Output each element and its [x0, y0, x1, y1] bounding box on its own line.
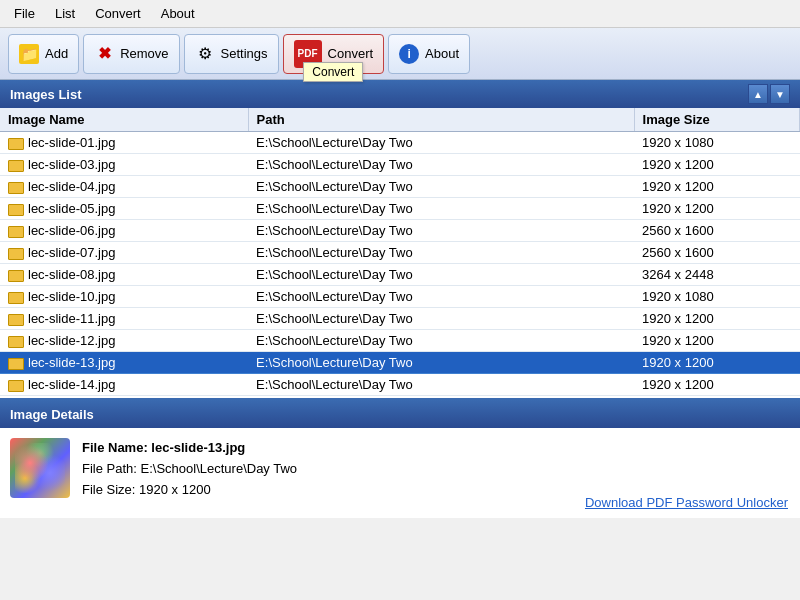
cell-name: lec-slide-07.jpg: [0, 242, 248, 264]
cell-size: 1920 x 1200: [634, 308, 799, 330]
settings-icon: ⚙: [195, 44, 215, 64]
image-details-section: Image Details File Name: lec-slide-13.jp…: [0, 398, 800, 518]
cell-name: lec-slide-12.jpg: [0, 330, 248, 352]
col-header-name: Image Name: [0, 108, 248, 132]
sort-arrows: ▲ ▼: [748, 84, 790, 104]
convert-button-container: PDF Convert Convert: [283, 34, 385, 74]
arrow-down-button[interactable]: ▼: [770, 84, 790, 104]
table-row[interactable]: lec-slide-12.jpgE:\School\Lecture\Day Tw…: [0, 330, 800, 352]
table-row[interactable]: lec-slide-13.jpgE:\School\Lecture\Day Tw…: [0, 352, 800, 374]
images-list-title: Images List: [10, 87, 82, 102]
cell-size: 1920 x 1080: [634, 286, 799, 308]
detail-filesize: File Size: 1920 x 1200: [82, 480, 297, 501]
add-button[interactable]: 📁 Add: [8, 34, 79, 74]
remove-icon: ✖: [94, 44, 114, 64]
add-icon: 📁: [19, 44, 39, 64]
images-list-section: Images List ▲ ▼ Image Name Path Image Si…: [0, 80, 800, 398]
cell-name: lec-slide-05.jpg: [0, 198, 248, 220]
cell-size: 1920 x 1080: [634, 132, 799, 154]
table-row[interactable]: lec-slide-07.jpgE:\School\Lecture\Day Tw…: [0, 242, 800, 264]
list-table-wrapper[interactable]: Image Name Path Image Size lec-slide-01.…: [0, 108, 800, 398]
col-header-size: Image Size: [634, 108, 799, 132]
cell-size: 1920 x 1200: [634, 154, 799, 176]
table-row[interactable]: lec-slide-06.jpgE:\School\Lecture\Day Tw…: [0, 220, 800, 242]
cell-size: 1920 x 1200: [634, 374, 799, 396]
cell-size: 1920 x 1200: [634, 330, 799, 352]
thumbnail-inner: [15, 443, 65, 493]
cell-path: E:\School\Lecture\Day Two: [248, 220, 634, 242]
cell-size: 3264 x 2448: [634, 264, 799, 286]
remove-button[interactable]: ✖ Remove: [83, 34, 179, 74]
cell-name: lec-slide-15.jpg: [0, 396, 248, 399]
cell-name: lec-slide-06.jpg: [0, 220, 248, 242]
cell-path: E:\School\Lecture\Day Two: [248, 132, 634, 154]
image-thumbnail: [10, 438, 70, 498]
table-row[interactable]: lec-slide-08.jpgE:\School\Lecture\Day Tw…: [0, 264, 800, 286]
cell-path: E:\School\Lecture\Day Two: [248, 176, 634, 198]
cell-size: 2560 x 1600: [634, 242, 799, 264]
table-row[interactable]: lec-slide-10.jpgE:\School\Lecture\Day Tw…: [0, 286, 800, 308]
cell-path: E:\School\Lecture\Day Two: [248, 198, 634, 220]
file-icon: [8, 182, 24, 194]
table-row[interactable]: lec-slide-15.jpgE:\School\Lecture\Day Tw…: [0, 396, 800, 399]
cell-size: 2560 x 1600: [634, 396, 799, 399]
file-icon: [8, 138, 24, 150]
cell-path: E:\School\Lecture\Day Two: [248, 352, 634, 374]
col-header-path: Path: [248, 108, 634, 132]
remove-label: Remove: [120, 46, 168, 61]
table-row[interactable]: lec-slide-03.jpgE:\School\Lecture\Day Tw…: [0, 154, 800, 176]
cell-size: 2560 x 1600: [634, 220, 799, 242]
cell-path: E:\School\Lecture\Day Two: [248, 242, 634, 264]
cell-name: lec-slide-14.jpg: [0, 374, 248, 396]
detail-filename: File Name: lec-slide-13.jpg: [82, 438, 297, 459]
toolbar: 📁 Add ✖ Remove ⚙ Settings PDF Convert Co…: [0, 28, 800, 80]
menu-bar: File List Convert About: [0, 0, 800, 28]
table-row[interactable]: lec-slide-04.jpgE:\School\Lecture\Day Tw…: [0, 176, 800, 198]
about-button[interactable]: i About: [388, 34, 470, 74]
details-text: File Name: lec-slide-13.jpg File Path: E…: [82, 438, 297, 500]
list-table: Image Name Path Image Size lec-slide-01.…: [0, 108, 800, 398]
cell-size: 1920 x 1200: [634, 198, 799, 220]
file-icon: [8, 248, 24, 260]
convert-label: Convert: [328, 46, 374, 61]
image-details-header: Image Details: [0, 400, 800, 428]
image-details-content: File Name: lec-slide-13.jpg File Path: E…: [0, 428, 800, 518]
menu-about[interactable]: About: [151, 2, 205, 25]
cell-path: E:\School\Lecture\Day Two: [248, 264, 634, 286]
cell-path: E:\School\Lecture\Day Two: [248, 330, 634, 352]
table-row[interactable]: lec-slide-11.jpgE:\School\Lecture\Day Tw…: [0, 308, 800, 330]
cell-name: lec-slide-08.jpg: [0, 264, 248, 286]
cell-path: E:\School\Lecture\Day Two: [248, 374, 634, 396]
cell-path: E:\School\Lecture\Day Two: [248, 308, 634, 330]
table-row[interactable]: lec-slide-01.jpgE:\School\Lecture\Day Tw…: [0, 132, 800, 154]
arrow-up-button[interactable]: ▲: [748, 84, 768, 104]
cell-name: lec-slide-03.jpg: [0, 154, 248, 176]
cell-size: 1920 x 1200: [634, 352, 799, 374]
file-icon: [8, 204, 24, 216]
cell-name: lec-slide-01.jpg: [0, 132, 248, 154]
about-label: About: [425, 46, 459, 61]
cell-path: E:\School\Lecture\Day Two: [248, 286, 634, 308]
about-icon: i: [399, 44, 419, 64]
settings-button[interactable]: ⚙ Settings: [184, 34, 279, 74]
cell-path: E:\School\Lecture\Day Two: [248, 154, 634, 176]
file-icon: [8, 226, 24, 238]
download-link[interactable]: Download PDF Password Unlocker: [585, 495, 788, 510]
file-icon: [8, 358, 24, 370]
convert-tooltip: Convert: [303, 62, 363, 82]
cell-name: lec-slide-04.jpg: [0, 176, 248, 198]
file-icon: [8, 160, 24, 172]
file-icon: [8, 380, 24, 392]
table-row[interactable]: lec-slide-14.jpgE:\School\Lecture\Day Tw…: [0, 374, 800, 396]
cell-path: E:\School\Lecture\Day Two: [248, 396, 634, 399]
cell-name: lec-slide-11.jpg: [0, 308, 248, 330]
menu-convert[interactable]: Convert: [85, 2, 151, 25]
file-icon: [8, 292, 24, 304]
file-icon: [8, 336, 24, 348]
table-row[interactable]: lec-slide-05.jpgE:\School\Lecture\Day Tw…: [0, 198, 800, 220]
menu-list[interactable]: List: [45, 2, 85, 25]
images-list-header: Images List ▲ ▼: [0, 80, 800, 108]
detail-filepath: File Path: E:\School\Lecture\Day Two: [82, 459, 297, 480]
menu-file[interactable]: File: [4, 2, 45, 25]
add-label: Add: [45, 46, 68, 61]
